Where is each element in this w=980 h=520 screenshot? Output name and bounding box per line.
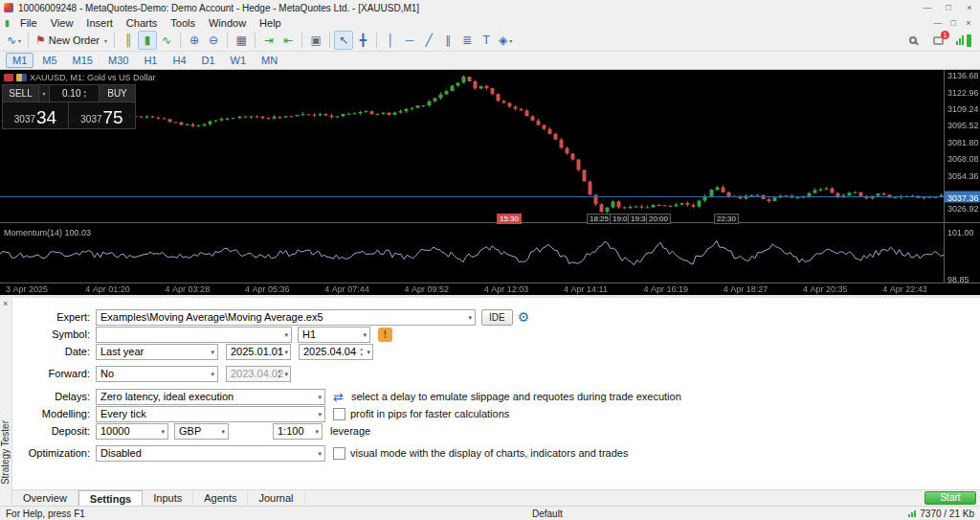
chart-area[interactable]: XAUUSD, M1: Gold vs US Dollar Momentum(1…: [0, 70, 980, 295]
tile-windows-icon[interactable]: ▣: [306, 31, 325, 50]
grid-icon[interactable]: ▦: [232, 31, 251, 50]
zoom-in-icon[interactable]: ⊕: [185, 31, 204, 50]
menu-view[interactable]: View: [44, 17, 80, 29]
symbol-warning-icon[interactable]: !: [378, 328, 392, 342]
modelling-label: Modelling:: [12, 408, 96, 419]
timeframe-m1[interactable]: M1: [6, 53, 33, 68]
connection-status-icon[interactable]: [953, 31, 974, 50]
chart-shift-icon[interactable]: ⇤: [278, 31, 298, 50]
new-order-button[interactable]: ⚑New Order▾: [33, 31, 110, 50]
symbol-label: Symbol:: [12, 328, 96, 340]
date-from-field[interactable]: 2025.01.01▴▾: [226, 344, 291, 360]
search-icon[interactable]: [903, 31, 923, 50]
timeframe-m5[interactable]: M5: [35, 53, 63, 68]
close-button[interactable]: ×: [959, 3, 980, 12]
volume-stepper[interactable]: 0.10 ▴▾: [50, 85, 100, 102]
visual-mode-checkbox[interactable]: [333, 447, 345, 460]
metatrader-window: 10006009248 - MetaQuotes-Demo: Demo Acco…: [0, 0, 980, 520]
deposit-amount-combo[interactable]: 10000: [96, 423, 168, 440]
title-bar: 10006009248 - MetaQuotes-Demo: Demo Acco…: [0, 0, 980, 15]
tester-panel-title: Strategy Tester: [0, 420, 11, 485]
menu-window[interactable]: Window: [202, 17, 253, 29]
timeframe-h4[interactable]: H4: [166, 53, 192, 68]
vertical-line-icon[interactable]: │: [381, 31, 400, 50]
expert-label: Expert:: [12, 311, 96, 323]
sell-button[interactable]: SELL: [3, 85, 38, 102]
trendline-icon[interactable]: ╱: [419, 31, 438, 50]
timeframe-bar: M1M5M15M30H1H4D1W1MN: [0, 52, 980, 70]
timeframe-d1[interactable]: D1: [195, 53, 222, 68]
chart-restore-button[interactable]: □: [946, 18, 961, 28]
latency-shuffle-icon: ⇄: [333, 390, 344, 404]
menu-bar: ▮ FileViewInsertChartsToolsWindowHelp — …: [0, 15, 980, 30]
profit-in-pips-checkbox[interactable]: [333, 408, 345, 420]
buy-price[interactable]: 303775: [69, 102, 135, 128]
objects-icon[interactable]: ◈▾: [496, 31, 515, 50]
forward-label: Forward:: [12, 368, 96, 379]
strategy-tester-panel: × Strategy Tester Expert: Examples\Movin…: [0, 295, 980, 506]
maximize-button[interactable]: □: [938, 3, 959, 12]
timeframe-w1[interactable]: W1: [224, 53, 254, 68]
buy-button[interactable]: BUY: [100, 85, 135, 102]
minimize-button[interactable]: —: [917, 3, 938, 12]
expert-combo[interactable]: Examples\Moving Average\Moving Average.e…: [96, 309, 476, 326]
menu-help[interactable]: Help: [253, 17, 288, 29]
line-chart-icon[interactable]: ∿: [157, 31, 176, 50]
window-title: 10006009248 - MetaQuotes-Demo: Demo Acco…: [18, 3, 419, 13]
date-to-field[interactable]: 2025.04.04▴▾: [299, 344, 373, 360]
one-click-trading-widget: SELL ▾ 0.10 ▴▾ BUY 303734 303775: [2, 84, 136, 129]
candle-chart-icon[interactable]: ▮: [138, 31, 157, 50]
auto-scroll-icon[interactable]: ⇥: [259, 31, 278, 50]
profile-selector[interactable]: Default: [532, 509, 563, 519]
menu-items: FileViewInsertChartsToolsWindowHelp: [13, 17, 288, 29]
volume-spin-icons[interactable]: ▴▾: [83, 89, 86, 99]
date-range-combo[interactable]: Last year: [96, 344, 218, 360]
timeframe-h1[interactable]: H1: [137, 53, 164, 68]
timeframe-mn[interactable]: MN: [255, 53, 284, 68]
timeframe-m15[interactable]: M15: [66, 53, 100, 68]
delays-combo[interactable]: Zero latency, ideal execution: [96, 389, 325, 405]
symbol-combo[interactable]: [96, 327, 292, 343]
delays-hint: select a delay to emulate slippage and r…: [351, 391, 681, 402]
tester-tab-agents[interactable]: Agents: [193, 490, 248, 506]
sell-price[interactable]: 303734: [3, 102, 69, 128]
crosshair-icon[interactable]: ╋: [353, 31, 372, 50]
modelling-combo[interactable]: Every tick: [96, 406, 325, 422]
menu-charts[interactable]: Charts: [120, 17, 164, 29]
menu-insert[interactable]: Insert: [79, 17, 120, 29]
chart-minimize-button[interactable]: —: [930, 18, 946, 28]
tester-close-button[interactable]: ×: [3, 299, 8, 308]
bar-chart-icon[interactable]: ║: [119, 31, 138, 50]
tester-tab-settings[interactable]: Settings: [78, 490, 143, 506]
tester-tab-journal[interactable]: Journal: [248, 490, 304, 506]
ide-button[interactable]: IDE: [481, 309, 513, 326]
chart-settings-icon[interactable]: ∿▾: [4, 31, 24, 50]
optimization-combo[interactable]: Disabled: [96, 445, 325, 462]
trade-options-caret[interactable]: ▾: [38, 85, 50, 102]
channel-icon[interactable]: ∥: [438, 31, 457, 50]
time-marker: 22:30: [714, 214, 739, 224]
notifications-icon[interactable]: 1: [928, 31, 947, 50]
forward-combo[interactable]: No: [96, 366, 218, 382]
cursor-icon[interactable]: ↖: [334, 31, 353, 50]
zoom-out-icon[interactable]: ⊖: [204, 31, 223, 50]
symbol-flags-icon: [16, 74, 27, 81]
status-help-text: For Help, press F1: [6, 509, 85, 519]
traffic-counter: 7370 / 21 Kb: [920, 509, 974, 519]
timeframe-m30[interactable]: M30: [101, 53, 135, 68]
leverage-combo[interactable]: 1:100: [273, 423, 323, 440]
menu-tools[interactable]: Tools: [164, 17, 202, 29]
deposit-currency-combo[interactable]: GBP: [174, 423, 229, 440]
text-icon[interactable]: T: [477, 31, 496, 50]
chart-close-button[interactable]: ×: [961, 18, 976, 28]
period-combo[interactable]: H1: [298, 327, 370, 343]
tester-tab-inputs[interactable]: Inputs: [143, 490, 193, 506]
horizontal-line-icon[interactable]: ─: [400, 31, 419, 50]
expert-settings-gear-icon[interactable]: ⚙: [518, 309, 530, 325]
start-button[interactable]: Start: [924, 491, 976, 505]
fibonacci-icon[interactable]: ≣: [457, 31, 477, 50]
status-bar: For Help, press F1 Default 7370 / 21 Kb: [0, 506, 980, 520]
menu-file[interactable]: File: [13, 17, 44, 29]
tester-tab-overview[interactable]: Overview: [12, 490, 78, 506]
candlestick-chart-canvas[interactable]: [0, 70, 980, 295]
